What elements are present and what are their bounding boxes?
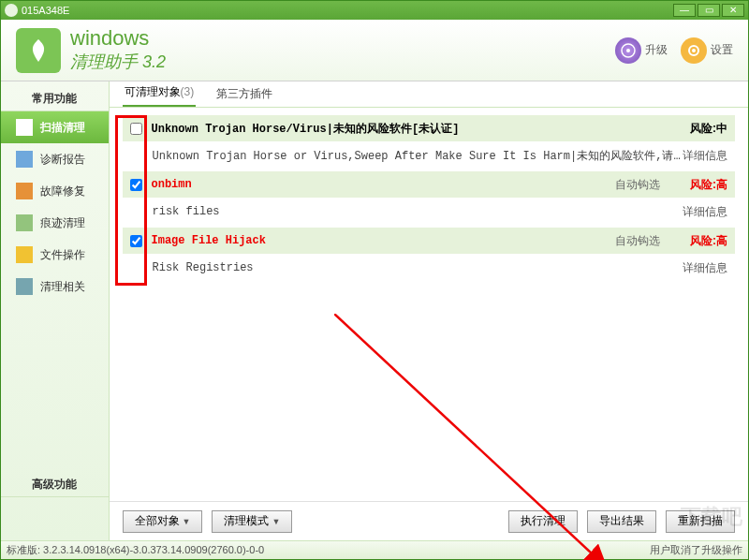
gear-icon bbox=[681, 37, 707, 64]
item-auto: 自动钩选 bbox=[615, 233, 671, 249]
item-detail-link[interactable]: 详细信息 bbox=[683, 204, 727, 220]
caret-down-icon: ▼ bbox=[183, 517, 191, 526]
titlebar[interactable]: 015A348E — ▭ ✕ bbox=[1, 1, 748, 20]
logo-icon bbox=[16, 28, 61, 73]
tab-label: 可清理对象 bbox=[125, 85, 181, 98]
app-window: 015A348E — ▭ ✕ windows 清理助手 3.2 升级 设置 bbox=[0, 0, 749, 560]
tab-thirdparty[interactable]: 第三方插件 bbox=[214, 81, 274, 107]
item-title: onbimn bbox=[152, 178, 615, 191]
upgrade-label: 升级 bbox=[645, 42, 668, 58]
item-desc: Risk Registries bbox=[153, 261, 683, 274]
sidebar-label: 故障修复 bbox=[40, 184, 85, 199]
settings-label: 设置 bbox=[711, 42, 733, 58]
maximize-button[interactable]: ▭ bbox=[698, 4, 720, 17]
app-icon bbox=[5, 4, 18, 17]
statusbar: 标准版: 3.2.3.14.0918(x64)-3.0.373.14.0909(… bbox=[1, 540, 748, 559]
export-result-button[interactable]: 导出结果 bbox=[587, 510, 656, 533]
btn-label: 清理模式 bbox=[224, 513, 269, 529]
sidebar-item-diagnosis[interactable]: 诊断报告 bbox=[1, 143, 109, 175]
window-title: 015A348E bbox=[22, 5, 673, 16]
header: windows 清理助手 3.2 升级 设置 bbox=[1, 20, 748, 81]
tabs: 可清理对象(3) 第三方插件 bbox=[110, 81, 748, 108]
app-name: windows bbox=[70, 27, 166, 50]
wrench-icon bbox=[16, 183, 33, 199]
main: 可清理对象(3) 第三方插件 Unknown Trojan Horse/Viru… bbox=[110, 81, 748, 540]
sidebar-item-repair[interactable]: 故障修复 bbox=[1, 175, 109, 207]
report-icon bbox=[16, 151, 33, 168]
minimize-button[interactable]: — bbox=[673, 4, 696, 17]
clean-mode-dropdown[interactable]: 清理模式▼ bbox=[212, 510, 292, 533]
item-risk: 风险:中 bbox=[690, 121, 727, 137]
sidebar-label: 清理相关 bbox=[40, 279, 85, 295]
all-objects-dropdown[interactable]: 全部对象▼ bbox=[123, 510, 203, 533]
item-risk: 风险:高 bbox=[690, 233, 727, 249]
close-button[interactable]: ✕ bbox=[722, 4, 744, 17]
app-subtitle: 清理助手 3.2 bbox=[70, 51, 166, 73]
tab-label: 第三方插件 bbox=[216, 87, 272, 100]
item-auto: 自动钩选 bbox=[615, 177, 671, 193]
item-header[interactable]: Unknown Trojan Horse/Virus|未知的风险软件[未认证] … bbox=[123, 115, 735, 141]
item-body: risk files 详细信息 bbox=[123, 198, 735, 226]
item-risk: 风险:高 bbox=[690, 177, 727, 193]
sidebar-item-scan-clean[interactable]: 扫描清理 bbox=[1, 111, 109, 143]
item-desc: Unknown Trojan Horse or Virus,Sweep Afte… bbox=[153, 148, 683, 164]
arrow-icon bbox=[16, 119, 33, 136]
broom-icon bbox=[16, 214, 33, 231]
scan-item-2: Image File Hijack 自动钩选 风险:高 Risk Registr… bbox=[123, 228, 735, 282]
tab-cleanable[interactable]: 可清理对象(3) bbox=[123, 80, 197, 107]
file-icon bbox=[16, 246, 33, 263]
sidebar-item-clean-related[interactable]: 清理相关 bbox=[1, 271, 109, 302]
svg-point-1 bbox=[626, 49, 630, 52]
window-controls: — ▭ ✕ bbox=[673, 4, 744, 17]
sidebar: 常用功能 扫描清理 诊断报告 故障修复 痕迹清理 文件操作 bbox=[1, 81, 110, 540]
execute-clean-button[interactable]: 执行清理 bbox=[508, 510, 578, 533]
bottom-bar: 全部对象▼ 清理模式▼ 执行清理 导出结果 重新扫描 bbox=[110, 501, 748, 540]
btn-label: 全部对象 bbox=[135, 513, 180, 529]
item-desc: risk files bbox=[153, 205, 683, 218]
sidebar-label: 扫描清理 bbox=[40, 120, 85, 136]
item-detail-link[interactable]: 详细信息 bbox=[683, 148, 727, 164]
item-checkbox[interactable] bbox=[130, 235, 142, 247]
item-detail-link[interactable]: 详细信息 bbox=[683, 260, 727, 276]
svg-point-3 bbox=[692, 49, 696, 52]
app-title-block: windows 清理助手 3.2 bbox=[70, 27, 166, 72]
settings-button[interactable]: 设置 bbox=[681, 37, 733, 64]
sidebar-item-file-ops[interactable]: 文件操作 bbox=[1, 239, 109, 271]
item-title: Image File Hijack bbox=[152, 234, 615, 247]
body: 常用功能 扫描清理 诊断报告 故障修复 痕迹清理 文件操作 bbox=[1, 81, 748, 540]
upgrade-button[interactable]: 升级 bbox=[615, 37, 668, 64]
watermark: 下载吧 bbox=[681, 503, 742, 531]
sidebar-common-header: 常用功能 bbox=[1, 85, 109, 111]
caret-down-icon: ▼ bbox=[272, 517, 280, 526]
sidebar-label: 诊断报告 bbox=[40, 152, 85, 168]
item-header[interactable]: onbimn 自动钩选 风险:高 bbox=[123, 171, 735, 198]
disc-icon bbox=[615, 37, 641, 64]
item-body: Unknown Trojan Horse or Virus,Sweep Afte… bbox=[123, 141, 735, 169]
scan-item-1: onbimn 自动钩选 风险:高 risk files 详细信息 bbox=[123, 171, 735, 226]
scan-item-0: Unknown Trojan Horse/Virus|未知的风险软件[未认证] … bbox=[123, 115, 735, 169]
sidebar-label: 文件操作 bbox=[40, 247, 85, 263]
btn-label: 导出结果 bbox=[599, 513, 644, 529]
sidebar-item-trace[interactable]: 痕迹清理 bbox=[1, 207, 109, 239]
item-title: Unknown Trojan Horse/Virus|未知的风险软件[未认证] bbox=[152, 121, 615, 137]
version-text: 标准版: 3.2.3.14.0918(x64)-3.0.373.14.0909(… bbox=[7, 543, 264, 557]
content: Unknown Trojan Horse/Virus|未知的风险软件[未认证] … bbox=[110, 108, 748, 501]
item-body: Risk Registries 详细信息 bbox=[123, 254, 735, 282]
clean-icon bbox=[16, 278, 33, 295]
sidebar-label: 痕迹清理 bbox=[40, 215, 85, 231]
tab-count: (3) bbox=[181, 85, 195, 98]
item-checkbox[interactable] bbox=[130, 123, 142, 135]
sidebar-advanced-header: 高级功能 bbox=[1, 471, 109, 497]
item-header[interactable]: Image File Hijack 自动钩选 风险:高 bbox=[123, 228, 735, 254]
btn-label: 执行清理 bbox=[521, 513, 565, 529]
item-checkbox[interactable] bbox=[130, 179, 142, 191]
status-message: 用户取消了升级操作 bbox=[650, 543, 742, 557]
